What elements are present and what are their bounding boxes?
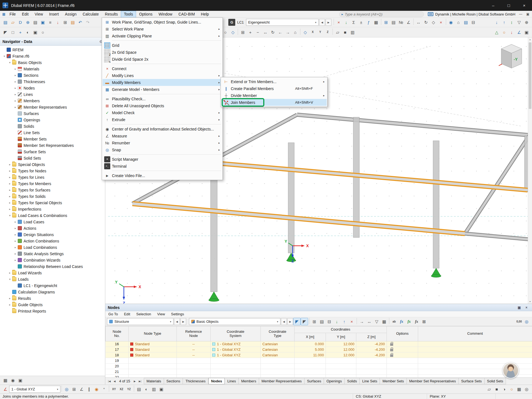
import-table-button[interactable]: ↓	[333, 318, 341, 325]
expand-icon[interactable]: ▸	[13, 99, 17, 102]
last-table-button[interactable]: ▶|	[137, 378, 143, 384]
display-settings-button[interactable]: ⊕	[523, 19, 530, 26]
zoom-out-button[interactable]: −	[254, 29, 262, 36]
table-layout-button[interactable]: ▦	[380, 318, 388, 325]
program-settings-button[interactable]: ⊕	[24, 19, 32, 26]
tree-item-load-wizards[interactable]: ▸Load Wizards	[0, 270, 105, 276]
viewport-scrollbar[interactable]: ▲ ▼	[528, 37, 532, 304]
expand-icon[interactable]: ▸	[13, 259, 17, 262]
menu-options[interactable]: Options	[136, 11, 155, 18]
menu-view[interactable]: View	[32, 11, 46, 18]
menu-item-create-video-file[interactable]: ►Create Video File...	[103, 172, 222, 179]
result-tables-button[interactable]: ▦	[372, 19, 380, 26]
hinges-display-button[interactable]: ○	[500, 29, 508, 36]
menu-item-modify-members[interactable]: ▬Modify Members▸	[103, 79, 222, 86]
float-panel-icon[interactable]: ▣	[516, 305, 522, 310]
tree-item-calculation-diagrams[interactable]: Calculation Diagrams	[0, 289, 105, 295]
tab-thicknesses[interactable]: Thicknesses	[183, 378, 208, 384]
view-in-x-button[interactable]: X	[309, 29, 316, 36]
select-pointer-button[interactable]: ◤	[2, 29, 9, 36]
tree-item-lines[interactable]: ▸Lines	[0, 91, 105, 98]
tree-item-types-for-members[interactable]: ▸Types for Members	[0, 180, 105, 187]
tree-item-loads[interactable]: ▾Loads	[0, 276, 105, 282]
loads-display-button[interactable]: ↓	[508, 29, 515, 36]
camera-button[interactable]: ▣	[17, 377, 24, 384]
extreme-values-button[interactable]: ±	[357, 19, 365, 26]
report-button[interactable]: ▤	[462, 19, 470, 26]
tree-item-types-for-nodes[interactable]: ▸Types for Nodes	[0, 168, 105, 174]
tree-item-types-for-surfaces[interactable]: ▸Types for Surfaces	[0, 187, 105, 193]
expand-icon[interactable]: ▸	[8, 188, 12, 191]
expand-icon[interactable]: ▸	[8, 182, 12, 185]
tab-solid-sets[interactable]: Solid Sets	[485, 378, 506, 384]
select-special-button[interactable]: +	[17, 29, 24, 36]
tree-item-guide-objects[interactable]: ▸Guide Objects	[0, 301, 105, 308]
menu-help[interactable]: Help	[198, 11, 212, 18]
scroll-up-icon[interactable]: ▲	[528, 37, 532, 42]
collapse-icon[interactable]: ▾	[8, 61, 12, 64]
next-view-button[interactable]: →	[284, 29, 291, 36]
nodes-menu-go-to[interactable]: Go To	[105, 312, 121, 316]
menu-item-connect[interactable]: ×Connect	[103, 65, 222, 72]
work-plane-yz-button[interactable]: YZ	[125, 385, 133, 393]
solid-display-button[interactable]: ■	[341, 29, 349, 36]
delete-all-rows-button[interactable]: ×	[348, 318, 355, 325]
camera-frame-button[interactable]: ▣	[523, 29, 530, 36]
table-row[interactable]: 20	[106, 364, 532, 369]
tree-item-static-analysis-settings[interactable]: ▸Static Analysis Settings	[0, 250, 105, 257]
search-input[interactable]	[345, 12, 421, 16]
close-panel-icon[interactable]: ×	[523, 305, 530, 310]
tree-item-thicknesses[interactable]: ▸Thicknesses	[0, 78, 105, 85]
menu-insert[interactable]: Insert	[46, 11, 62, 18]
pan-view-button[interactable]: ↔	[262, 29, 269, 36]
tab-member-sets[interactable]: Member Sets	[380, 378, 406, 384]
decimal-places-button[interactable]: 0,00	[515, 318, 523, 325]
expand-icon[interactable]: ▸	[8, 169, 12, 172]
keyword-search[interactable]: ▸	[339, 11, 424, 17]
copy-button[interactable]: ⊞	[62, 19, 69, 26]
expand-icon[interactable]: ▸	[13, 220, 17, 223]
expand-icon[interactable]: ▸	[13, 80, 17, 83]
tree-item-openings[interactable]: Openings	[0, 117, 105, 123]
tree-item-sections[interactable]: ▸Sections	[0, 72, 105, 78]
insert-object-button[interactable]: ⊞	[382, 19, 390, 26]
tree-item-load-cases-combinations[interactable]: ▾Load Cases & Combinations	[0, 212, 105, 219]
supports-display-button[interactable]: △	[493, 29, 500, 36]
menu-assign[interactable]: Assign	[62, 11, 80, 18]
next-category-button[interactable]: ▶	[287, 318, 293, 325]
filter-rows-button[interactable]: ▽	[373, 318, 380, 325]
previous-table-button[interactable]: ◀	[174, 318, 180, 325]
menu-item-snap[interactable]: ◎Snap▸	[103, 146, 222, 153]
solid-render-button[interactable]: ■	[493, 385, 500, 393]
expand-icon[interactable]: ▸	[13, 74, 17, 77]
redo-button[interactable]: ↷	[84, 19, 91, 26]
menu-item-modify-lines[interactable]: ╱Modify Lines▸	[103, 72, 222, 79]
numbering-button[interactable]: №	[397, 19, 405, 26]
stereo-view-button[interactable]: ◎	[523, 385, 530, 393]
shadow-render-button[interactable]: ◑	[500, 385, 508, 393]
export-xml-button[interactable]: ⊠	[420, 318, 428, 325]
tab-surface-sets[interactable]: Surface Sets	[459, 378, 484, 384]
grid-toggle-button[interactable]: ⊞	[70, 385, 78, 393]
minimize-button[interactable]: –	[485, 0, 501, 11]
menu-item-script-manager[interactable]: ≡Script Manager	[103, 156, 222, 163]
invert-selection-button[interactable]: ◐	[24, 29, 32, 36]
expand-icon[interactable]: ▸	[13, 106, 17, 109]
result-values-button[interactable]: ƒ	[365, 19, 372, 26]
angle-snap-toggle-button[interactable]: °	[100, 385, 108, 393]
dxf-underlay-button[interactable]: ▤	[135, 385, 143, 393]
menu-file[interactable]: File	[6, 11, 19, 18]
table-group-select[interactable]: Structure ▾	[107, 318, 173, 325]
menu-item-select-work-plane[interactable]: ⊞Select Work Plane▸	[103, 25, 222, 32]
print-button[interactable]: ≡	[47, 19, 54, 26]
insert-row-button[interactable]: ⊞	[311, 318, 318, 325]
tab-member-representatives[interactable]: Member Representatives	[259, 378, 305, 384]
table-row[interactable]: 18Standard--1 - Global XYZCartesian11.00…	[106, 352, 532, 358]
tree-item-relationship-between-load-cases[interactable]: Relationship Between Load Cases	[0, 263, 105, 270]
clipping-box-button[interactable]: ▥	[150, 385, 158, 393]
insert-circle-button[interactable]: ○	[222, 29, 229, 36]
expand-icon[interactable]: ▸	[8, 163, 12, 166]
user-account[interactable]: Dynamik | Michelle Rosin | Dlubal Softwa…	[428, 12, 515, 16]
tree-item-load-combinations[interactable]: ▸Load Combinations	[0, 244, 105, 250]
visibility-eye-button[interactable]: ◉	[9, 377, 17, 384]
